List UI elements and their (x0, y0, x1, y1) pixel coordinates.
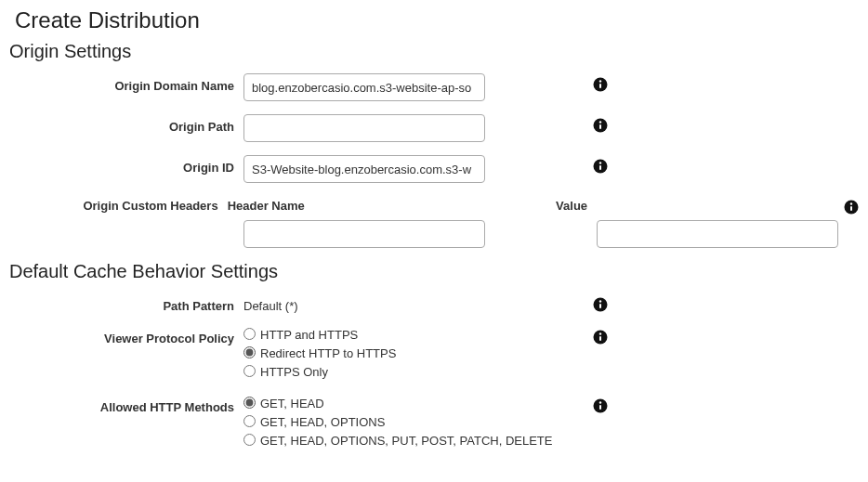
radio-input[interactable] (243, 397, 256, 409)
origin-path-label: Origin Path (9, 114, 243, 134)
viewer-protocol-group: HTTP and HTTPSRedirect HTTP to HTTPSHTTP… (243, 326, 587, 382)
svg-point-2 (599, 80, 601, 82)
info-icon[interactable] (593, 330, 608, 345)
origin-domain-name-input[interactable] (243, 73, 485, 101)
svg-rect-13 (599, 304, 601, 308)
radio-input[interactable] (243, 415, 256, 427)
header-value-label: Value (556, 199, 587, 213)
radio-option[interactable]: GET, HEAD, OPTIONS (243, 413, 587, 432)
radio-option[interactable]: HTTP and HTTPS (243, 326, 587, 345)
svg-point-11 (850, 202, 852, 204)
origin-settings-heading: Origin Settings (9, 41, 859, 62)
info-icon[interactable] (593, 118, 608, 133)
header-name-input[interactable] (243, 220, 485, 248)
origin-id-label: Origin ID (9, 155, 243, 175)
info-icon[interactable] (593, 398, 608, 413)
allowed-methods-group: GET, HEADGET, HEAD, OPTIONSGET, HEAD, OP… (243, 395, 587, 450)
radio-input[interactable] (243, 434, 256, 446)
svg-rect-1 (599, 84, 601, 88)
info-icon[interactable] (593, 159, 608, 174)
svg-rect-10 (850, 206, 852, 211)
header-value-input[interactable] (597, 220, 838, 248)
info-icon[interactable] (593, 297, 608, 312)
origin-path-input[interactable] (243, 114, 485, 142)
origin-custom-headers-label: Origin Custom Headers (9, 199, 228, 213)
radio-input[interactable] (243, 328, 256, 340)
path-pattern-value: Default (*) (243, 293, 587, 313)
info-icon[interactable] (593, 77, 608, 92)
radio-option[interactable]: GET, HEAD (243, 395, 587, 413)
radio-option[interactable]: HTTPS Only (243, 363, 587, 382)
svg-point-5 (599, 121, 601, 123)
svg-rect-7 (599, 165, 601, 170)
allowed-methods-label: Allowed HTTP Methods (9, 395, 243, 414)
viewer-protocol-label: Viewer Protocol Policy (9, 326, 243, 345)
cache-settings-heading: Default Cache Behavior Settings (9, 261, 859, 282)
origin-domain-name-label: Origin Domain Name (9, 73, 243, 93)
svg-rect-19 (599, 405, 601, 410)
path-pattern-label: Path Pattern (9, 293, 243, 313)
svg-point-14 (599, 300, 601, 302)
origin-id-input[interactable] (243, 155, 485, 183)
svg-rect-16 (599, 336, 601, 341)
info-icon[interactable] (844, 200, 859, 215)
radio-input[interactable] (243, 346, 256, 358)
svg-rect-4 (599, 124, 601, 129)
svg-point-20 (599, 401, 601, 403)
svg-point-17 (599, 332, 601, 334)
svg-point-8 (599, 162, 601, 163)
radio-input[interactable] (243, 365, 256, 377)
radio-option[interactable]: GET, HEAD, OPTIONS, PUT, POST, PATCH, DE… (243, 432, 587, 450)
page-title: Create Distribution (9, 7, 859, 33)
radio-option[interactable]: Redirect HTTP to HTTPS (243, 345, 587, 363)
header-name-label: Header Name (228, 199, 305, 213)
